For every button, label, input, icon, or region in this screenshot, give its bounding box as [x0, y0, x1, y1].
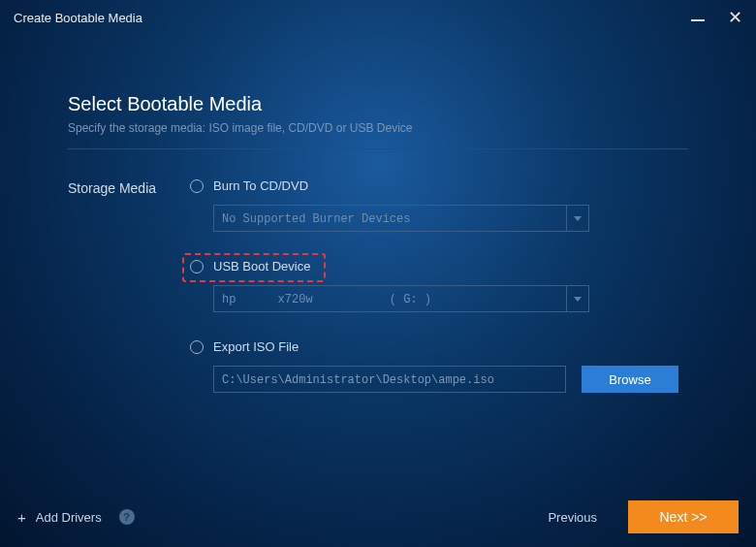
- radio-cddvd[interactable]: Burn To CD/DVD: [190, 178, 688, 193]
- footer-left: + Add Drivers ?: [17, 509, 135, 525]
- radio-icon: [190, 260, 204, 274]
- options-column: Burn To CD/DVD No Supported Burner Devic…: [190, 178, 688, 420]
- browse-button[interactable]: Browse: [582, 366, 678, 393]
- usb-dropdown-button[interactable]: [566, 285, 589, 312]
- close-icon: ✕: [728, 9, 742, 26]
- usb-select[interactable]: hp x720w ( G: ): [213, 285, 589, 312]
- plus-icon: +: [17, 510, 26, 525]
- usb-select-value: hp x720w ( G: ): [213, 285, 566, 312]
- iso-path-row: C:\Users\Administrator\Desktop\ampe.iso …: [213, 366, 688, 393]
- app-window: Create Bootable Media ✕ Select Bootable …: [0, 0, 756, 547]
- page-title: Select Bootable Media: [68, 93, 688, 115]
- titlebar-controls: ✕: [690, 10, 742, 25]
- option-cddvd: Burn To CD/DVD No Supported Burner Devic…: [190, 178, 688, 232]
- storage-media-section: Storage Media Burn To CD/DVD No Supporte…: [68, 178, 688, 420]
- radio-icon: [190, 340, 204, 354]
- iso-path-input[interactable]: C:\Users\Administrator\Desktop\ampe.iso: [213, 366, 566, 393]
- titlebar: Create Bootable Media ✕: [0, 0, 756, 35]
- minimize-icon: [691, 19, 705, 21]
- cddvd-select-value: No Supported Burner Devices: [213, 205, 566, 232]
- next-button[interactable]: Next >>: [628, 500, 739, 533]
- window-title: Create Bootable Media: [14, 11, 142, 25]
- add-drivers-button[interactable]: Add Drivers: [36, 510, 102, 525]
- footer: + Add Drivers ? Previous Next >>: [0, 487, 756, 547]
- radio-iso-label: Export ISO File: [213, 339, 299, 354]
- radio-iso[interactable]: Export ISO File: [190, 339, 688, 354]
- storage-media-label: Storage Media: [68, 178, 190, 196]
- footer-right: Previous Next >>: [548, 500, 739, 533]
- radio-usb[interactable]: USB Boot Device: [190, 259, 688, 274]
- minimize-button[interactable]: [690, 10, 706, 25]
- radio-icon: [190, 179, 204, 193]
- page-subtitle: Specify the storage media: ISO image fil…: [68, 121, 688, 135]
- content-area: Select Bootable Media Specify the storag…: [0, 35, 756, 487]
- cddvd-select[interactable]: No Supported Burner Devices: [213, 205, 589, 232]
- chevron-down-icon: [574, 297, 582, 302]
- close-button[interactable]: ✕: [727, 10, 742, 25]
- option-usb: USB Boot Device hp x720w ( G: ): [190, 259, 688, 312]
- option-iso: Export ISO File C:\Users\Administrator\D…: [190, 339, 688, 393]
- previous-button[interactable]: Previous: [548, 510, 597, 525]
- radio-cddvd-label: Burn To CD/DVD: [213, 178, 308, 193]
- divider: [68, 148, 688, 149]
- chevron-down-icon: [574, 216, 582, 221]
- help-icon[interactable]: ?: [119, 509, 135, 525]
- cddvd-dropdown-button[interactable]: [566, 205, 589, 232]
- radio-usb-label: USB Boot Device: [213, 259, 310, 274]
